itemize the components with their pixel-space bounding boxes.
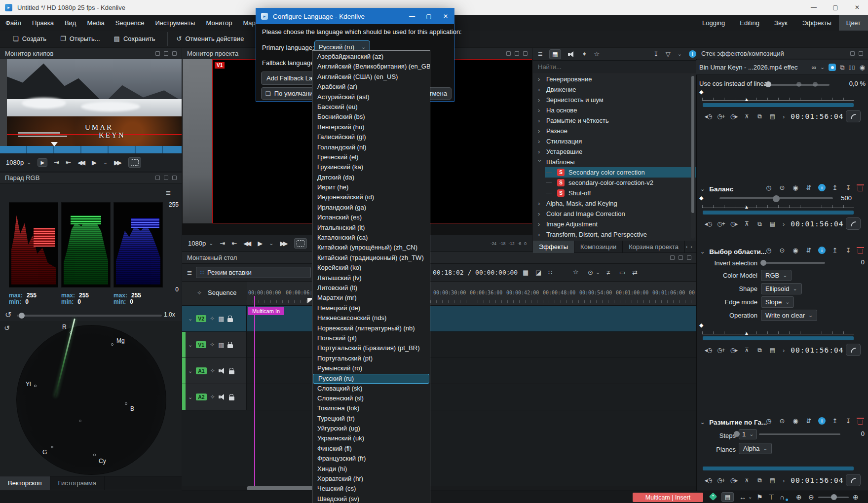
multicam-insert-button[interactable]: Multicam | Insert — [633, 493, 703, 502]
language-option[interactable]: Латышский (lv) — [312, 273, 430, 283]
language-option[interactable]: Азербайджанский (az) — [312, 52, 430, 62]
track-lock-icon[interactable] — [229, 370, 234, 374]
rewind-icon[interactable]: ◀◀ — [243, 240, 249, 247]
curve-editor-button[interactable] — [846, 474, 861, 486]
rewind-icon[interactable]: ◀◀ — [77, 159, 83, 166]
track-name-badge[interactable]: A1 — [196, 367, 206, 374]
scope-tab[interactable]: Векторскоп — [0, 476, 50, 490]
copy-keyframes-icon[interactable]: ⧉ — [755, 220, 764, 227]
language-option[interactable]: Хинди (hi) — [312, 464, 430, 474]
collapse-chevron-icon[interactable]: ⌄ — [700, 249, 705, 255]
language-option[interactable]: Грузинский (ka) — [312, 162, 430, 172]
keyframe-add-icon[interactable]: ◷+ — [717, 477, 725, 484]
workspace-tab[interactable]: Эффекты — [795, 15, 839, 31]
keyframe-position-icon[interactable]: ▲ — [744, 204, 749, 210]
scope-tab[interactable]: Гистограмма — [50, 476, 105, 490]
dock-close-icon[interactable] — [859, 51, 863, 56]
info-icon[interactable]: i — [818, 247, 826, 254]
effects-tab[interactable]: Эффекты — [533, 241, 574, 253]
copy-keyframes-icon[interactable]: ⧉ — [755, 347, 764, 354]
menu-item[interactable]: Правка — [27, 15, 59, 31]
language-option[interactable]: Португальский (pt) — [312, 354, 430, 363]
language-option[interactable]: Английский (Великобритания) (en_GB) — [312, 62, 430, 72]
paste-keyframes-icon[interactable]: ▤ — [768, 347, 777, 354]
transitions-icon[interactable]: ✦ — [582, 50, 587, 58]
dock-float-icon[interactable] — [155, 51, 160, 56]
tab-scroll-left-icon[interactable]: ‹ — [686, 244, 688, 250]
delete-effect-icon[interactable] — [858, 420, 863, 425]
dock-float-icon[interactable] — [506, 51, 511, 56]
effects-tree-row[interactable]: › S Шаблоны — [533, 157, 696, 167]
effects-tree-row[interactable]: › S Color and Image Correction — [533, 209, 696, 219]
language-option[interactable]: Румынский (ro) — [312, 363, 430, 373]
timeline-track[interactable]: ⌄ V1 ✧ ▦ — [182, 332, 696, 358]
track-collapse-chevron-icon[interactable]: ⌄ — [188, 394, 192, 400]
expand-chevron-icon[interactable]: › — [538, 200, 542, 207]
keyframe-prev-icon[interactable]: ◂◷ — [704, 347, 713, 354]
language-option[interactable]: Индонезийский (id) — [312, 192, 430, 202]
expand-chevron-icon[interactable]: › — [538, 138, 542, 145]
effects-tab[interactable]: Корзина проекта — [623, 241, 685, 253]
fast-forward-icon[interactable]: ▶▶ — [280, 240, 286, 247]
dock-float-icon[interactable] — [850, 51, 855, 56]
play-icon[interactable]: ▶ — [258, 240, 263, 247]
zone-mode-icon[interactable] — [128, 157, 141, 168]
tab-scroll-right-icon[interactable]: › — [690, 244, 692, 250]
timeline-menu-icon[interactable]: ≡ — [187, 268, 192, 278]
keyframe-prev-icon[interactable]: ◂◷ — [704, 220, 713, 227]
close-button[interactable]: ✕ — [846, 0, 868, 15]
paste-keyframes-icon[interactable]: ▤ — [768, 113, 777, 120]
track-lock-icon[interactable] — [227, 344, 233, 348]
edit-mode-dropdown[interactable]: ∷ Режим вставки — [196, 267, 311, 278]
collapse-chevron-icon[interactable]: ⌄ — [700, 186, 705, 192]
language-option[interactable]: Польский (pl) — [312, 333, 430, 343]
effects-tree-row[interactable]: › S Image Adjustment — [533, 219, 696, 229]
workspace-tab[interactable]: Logging — [695, 15, 732, 31]
tag-icon[interactable] — [710, 494, 716, 501]
language-option[interactable]: Португальский (Бразилия) (pt_BR) — [312, 343, 430, 353]
track-collapse-chevron-icon[interactable]: ⌄ — [188, 316, 192, 322]
resolution-dropdown[interactable]: 1080p⌄ — [6, 159, 31, 166]
play-options-chevron-icon[interactable]: ⌄ — [103, 159, 108, 166]
eye-icon[interactable]: ◉ — [792, 247, 799, 254]
steps-right-value[interactable]: 0 — [855, 430, 865, 437]
language-option[interactable]: Французский (fr) — [312, 454, 430, 464]
effects-tree-row[interactable]: › S На основе — [533, 105, 696, 115]
delete-effect-icon[interactable] — [858, 249, 863, 254]
info-toggle-icon[interactable]: i — [689, 50, 696, 58]
language-option[interactable]: Нижнесаксонский (nds) — [312, 313, 430, 323]
zoom-slider-handle[interactable] — [831, 494, 837, 500]
language-option[interactable]: Турецкий (tr) — [312, 414, 430, 424]
menu-item[interactable]: Вид — [59, 15, 82, 31]
scrub-playhead-icon[interactable] — [51, 142, 58, 146]
zoom-effect-icon[interactable]: ⊙ — [778, 417, 786, 425]
move-effect-up-icon[interactable]: ↥ — [831, 417, 839, 425]
language-option[interactable]: Чешский (cs) — [312, 484, 430, 494]
subtitle-icon[interactable]: ▭ — [619, 269, 625, 276]
keyframe-add-icon[interactable]: ◷+ — [717, 220, 725, 227]
mix-chevron-icon[interactable]: ⌄ — [748, 494, 752, 500]
keyframe-next-icon[interactable]: ◷▸ — [729, 477, 738, 484]
language-option[interactable]: Маратхи (mr) — [312, 293, 430, 303]
expand-chevron-icon[interactable]: › — [538, 117, 542, 124]
effects-tab[interactable]: Композиции — [574, 241, 623, 253]
invert-selection-value[interactable]: 0 — [855, 258, 865, 266]
track-lock-icon[interactable] — [227, 318, 233, 322]
keyframe-zoombar[interactable] — [703, 336, 854, 340]
language-option[interactable]: Арабский (ar) — [312, 82, 430, 92]
toolbar-button[interactable]: ❏ Создать — [7, 32, 52, 46]
timeline-track[interactable]: ⌄ A2 ✧ ▦ — [182, 384, 696, 410]
language-option[interactable]: Словацкий (sk) — [312, 384, 430, 394]
set-out-point-icon[interactable]: ⇤ — [231, 240, 237, 247]
minimize-button[interactable]: — — [803, 0, 825, 15]
fast-forward-icon[interactable]: ▶▶ — [114, 159, 120, 166]
balance-handle[interactable] — [773, 195, 780, 202]
language-option[interactable]: Русский (ru) — [313, 374, 429, 384]
keyframe-diamond-icon[interactable]: ◆ — [699, 195, 703, 201]
stamp-icon[interactable]: ⊼ — [742, 347, 751, 354]
presets-icon[interactable]: ⇵ — [805, 417, 813, 425]
move-effect-down-icon[interactable]: ↧ — [844, 184, 852, 191]
language-option[interactable]: Украинский (uk) — [312, 433, 430, 443]
expand-chevron-icon[interactable]: › — [538, 220, 542, 228]
track-effects-icon[interactable]: ✧ — [210, 367, 215, 374]
